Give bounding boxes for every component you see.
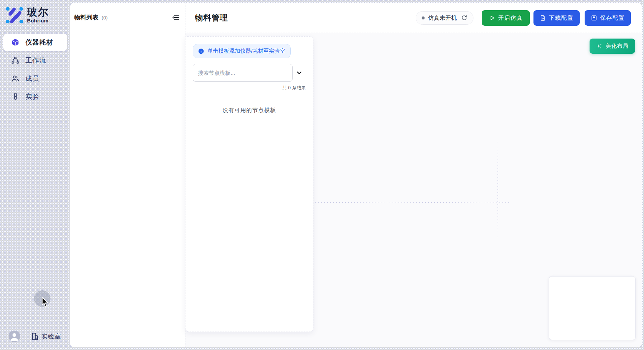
materials-list-header: 物料列表 (0): [70, 3, 185, 32]
chevron-down-icon: [296, 70, 303, 76]
header-actions: 仿真未开机 开启仿真: [416, 10, 631, 26]
materials-list-count: (0): [102, 15, 108, 20]
lab-entry[interactable]: 实验室: [31, 332, 61, 341]
simulation-status-pill: 仿真未开机: [416, 11, 474, 25]
file-download-icon: [540, 15, 546, 21]
beautify-layout-button[interactable]: 美化布局: [590, 39, 635, 54]
flow-canvas[interactable]: 单击模板添加仪器/耗材至实验室 共 0 条结果 没有可用的节点模板: [185, 33, 642, 347]
brand-text: 玻尔 Bohrium: [27, 7, 49, 23]
canvas-guide-line-vertical: [498, 142, 498, 238]
brand-logo: 玻尔 Bohrium: [0, 0, 70, 24]
save-config-label: 保存配置: [600, 14, 625, 22]
user-avatar[interactable]: [9, 331, 20, 342]
template-result-count: 共 0 条结果: [193, 85, 306, 91]
beautify-layout-label: 美化布局: [605, 43, 628, 50]
sidebar-item-members[interactable]: 成员: [3, 70, 67, 87]
collapse-panel-icon[interactable]: [172, 14, 179, 21]
save-config-button[interactable]: 保存配置: [585, 10, 631, 26]
sidebar-footer: 实验室: [0, 331, 70, 342]
mouse-cursor: [42, 297, 48, 307]
sidebar-item-instruments[interactable]: 仪器耗材: [3, 34, 67, 51]
brand-name-zh: 玻尔: [27, 7, 49, 18]
status-dot-icon: [422, 16, 425, 19]
template-search-row: [193, 64, 306, 82]
node-template-panel: 单击模板添加仪器/耗材至实验室 共 0 条结果 没有可用的节点模板: [185, 36, 313, 332]
materials-list-title: 物料列表: [74, 14, 99, 21]
sidebar-item-experiments[interactable]: 实验: [3, 88, 67, 105]
workflow-cycle-icon: [11, 56, 19, 65]
sidebar-nav: 仪器耗材 工作流 成员: [0, 34, 70, 105]
building-icon: [31, 332, 39, 340]
sidebar-item-label: 工作流: [25, 56, 46, 65]
avatar-person-icon: [9, 331, 20, 342]
refresh-icon[interactable]: [461, 15, 467, 21]
template-hint-text: 单击模板添加仪器/耗材至实验室: [208, 47, 285, 55]
info-icon: [198, 48, 204, 54]
members-icon: [11, 74, 19, 83]
play-icon: [489, 15, 495, 21]
template-search-input[interactable]: [193, 64, 293, 82]
main-column: 物料管理 仿真未开机 开启仿真: [185, 3, 642, 347]
materials-list-panel: 物料列表 (0): [70, 3, 185, 347]
template-hint-banner: 单击模板添加仪器/耗材至实验室: [193, 44, 291, 58]
start-simulation-button[interactable]: 开启仿真: [482, 10, 530, 26]
sidebar-item-label: 仪器耗材: [25, 38, 53, 47]
bohrium-logo-icon: [5, 5, 24, 24]
brand-name-en: Bohrium: [27, 18, 49, 23]
save-bookmark-icon: [591, 15, 597, 21]
simulation-status-text: 仿真未开机: [428, 14, 457, 22]
template-empty-text: 没有可用的节点模板: [193, 106, 306, 114]
canvas-minimap[interactable]: [549, 276, 636, 340]
main-container: 物料列表 (0) 物料管理 仿真未开机: [70, 3, 642, 347]
download-config-button[interactable]: 下载配置: [533, 10, 580, 26]
cube-icon: [11, 38, 19, 46]
app-root: { "brand": { "name_zh": "玻尔", "name_en":…: [0, 0, 644, 350]
start-simulation-label: 开启仿真: [498, 14, 523, 22]
download-config-label: 下载配置: [549, 14, 573, 22]
sidebar: 玻尔 Bohrium 仪器耗材 工作流: [0, 0, 70, 350]
expand-filters-button[interactable]: [293, 66, 306, 79]
sidebar-item-workflow[interactable]: 工作流: [3, 52, 67, 69]
lab-label: 实验室: [41, 332, 61, 341]
test-tube-icon: [11, 93, 19, 101]
sidebar-item-label: 实验: [25, 92, 39, 101]
sidebar-item-label: 成员: [25, 74, 39, 83]
sparkles-icon: [596, 43, 602, 49]
page-title: 物料管理: [195, 13, 228, 23]
page-header: 物料管理 仿真未开机 开启仿真: [185, 3, 642, 33]
canvas-guide-line-horizontal: [312, 202, 510, 203]
